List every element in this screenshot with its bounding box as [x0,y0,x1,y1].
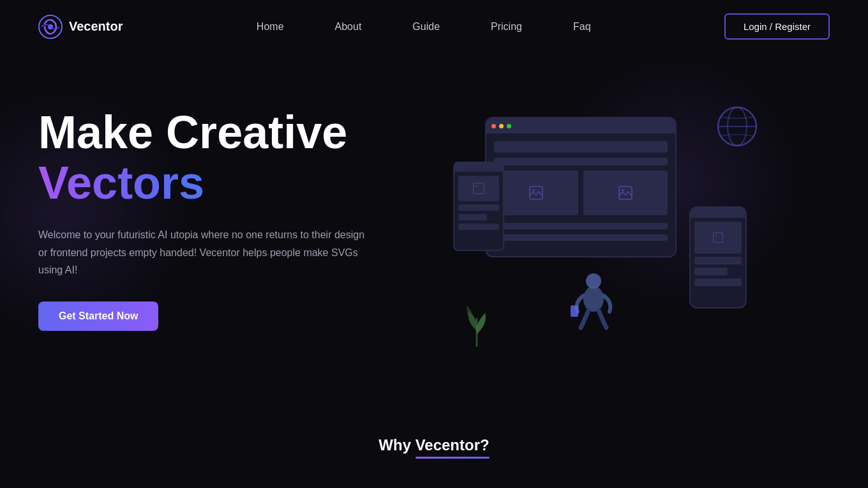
content-block-header [494,141,668,153]
screen-content [486,133,675,248]
navbar: Vecentor Home About Guide Pricing Faq Lo… [0,0,868,53]
dot-red [491,124,496,128]
hero-section: Make Creative Vectors Welcome to your fu… [0,53,868,398]
phone-text2 [694,268,728,275]
image-placeholder-icon2 [618,185,633,201]
svg-rect-15 [571,305,578,317]
svg-point-14 [586,273,601,289]
hero-content: Make Creative Vectors Welcome to your fu… [38,107,370,331]
tablet-topbar [454,163,503,172]
phone-img-block [694,222,742,254]
why-section: Why Vecentor? This is why you need Vecen… [0,398,868,488]
nav-link-pricing[interactable]: Pricing [472,15,541,38]
svg-point-6 [532,189,535,192]
nav-item-guide[interactable]: Guide [393,21,459,33]
content-block-image1 [494,171,578,215]
svg-rect-11 [714,233,723,243]
phone-illustration [689,206,747,309]
hero-title-line2: Vectors [38,158,370,208]
hero-illustration [370,91,830,347]
phone-img-icon [712,232,724,243]
tablet-img-block [458,176,499,201]
nav-item-home[interactable]: Home [237,21,303,33]
why-title-prefix: Why [378,436,415,454]
nav-item-pricing[interactable]: Pricing [472,21,541,33]
content-block-image2 [583,171,668,215]
phone-text3 [694,278,742,286]
dot-yellow [499,124,504,128]
dot-green [507,124,511,128]
nav-link-about[interactable]: About [316,15,381,38]
illustration-container [434,91,766,347]
nav-link-guide[interactable]: Guide [393,15,459,38]
globe-icon [715,104,760,149]
tablet-img-icon [472,182,485,195]
image-placeholder-icon [528,185,544,201]
nav-item-faq[interactable]: Faq [554,21,610,33]
phone-text1 [694,257,742,264]
main-screen-illustration [485,117,677,257]
tablet-content [454,172,503,234]
why-title-highlight: Vecentor? [415,436,490,454]
person-sitting-icon [562,267,625,344]
screen-topbar [486,118,675,133]
tablet-illustration [453,162,504,251]
tablet-text2 [458,214,487,220]
hero-heading: Make Creative Vectors [38,107,370,208]
get-started-button[interactable]: Get Started Now [38,301,158,331]
content-block-text2 [494,234,668,241]
content-block-text1 [494,223,668,229]
hero-title-line1: Make Creative [38,107,370,158]
nav-link-faq[interactable]: Faq [554,15,610,38]
brand-name: Vecentor [69,19,123,34]
why-title: Why Vecentor? [38,436,830,454]
tablet-text1 [458,204,499,211]
svg-point-8 [622,189,624,192]
brand-logo[interactable]: Vecentor [38,15,123,39]
login-register-button[interactable]: Login / Register [724,13,830,40]
phone-content [691,218,745,290]
content-block-subheader [494,158,668,165]
hero-description: Welcome to your futuristic AI utopia whe… [38,226,370,278]
vecentor-logo-icon [38,15,63,39]
nav-link-home[interactable]: Home [237,15,303,38]
svg-point-10 [475,185,477,187]
phone-topbar [691,208,745,218]
svg-point-12 [715,235,717,237]
svg-point-13 [583,286,604,312]
nav-item-about[interactable]: About [316,21,381,33]
nav-links: Home About Guide Pricing Faq [237,21,610,33]
tablet-text3 [458,224,499,230]
svg-rect-9 [474,183,484,194]
plant-decoration-icon [460,299,495,347]
